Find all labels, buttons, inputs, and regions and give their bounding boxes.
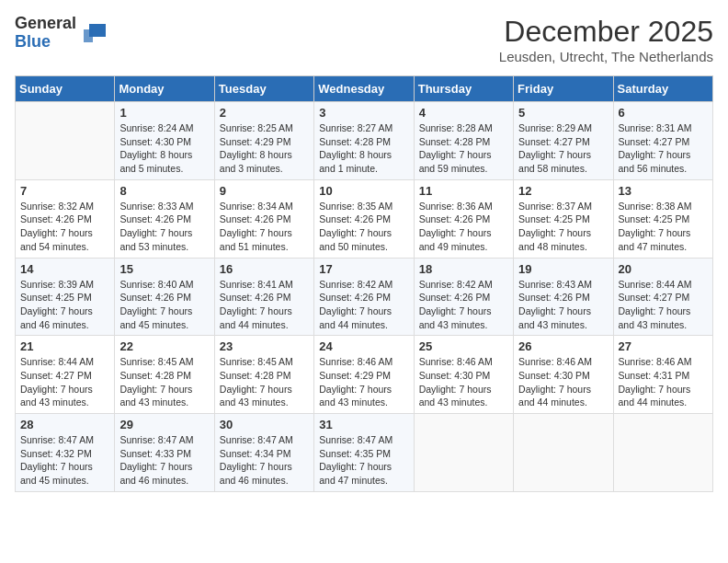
title-block: December 2025 Leusden, Utrecht, The Neth… xyxy=(499,15,713,64)
calendar-cell: 21Sunrise: 8:44 AM Sunset: 4:27 PM Dayli… xyxy=(16,336,115,414)
day-info: Sunrise: 8:37 AM Sunset: 4:25 PM Dayligh… xyxy=(518,200,608,254)
day-number: 15 xyxy=(119,262,209,276)
calendar-cell: 28Sunrise: 8:47 AM Sunset: 4:32 PM Dayli… xyxy=(16,414,115,492)
day-number: 23 xyxy=(220,339,309,353)
day-info: Sunrise: 8:33 AM Sunset: 4:26 PM Dayligh… xyxy=(119,200,209,254)
day-info: Sunrise: 8:43 AM Sunset: 4:26 PM Dayligh… xyxy=(518,278,608,332)
day-number: 4 xyxy=(419,106,508,120)
day-number: 7 xyxy=(20,184,109,198)
calendar-cell xyxy=(514,414,613,492)
day-number: 11 xyxy=(419,184,508,198)
calendar-week-row: 28Sunrise: 8:47 AM Sunset: 4:32 PM Dayli… xyxy=(16,414,713,492)
day-number: 6 xyxy=(619,106,708,120)
day-number: 1 xyxy=(119,106,209,120)
calendar-cell: 24Sunrise: 8:46 AM Sunset: 4:29 PM Dayli… xyxy=(314,336,414,414)
day-number: 21 xyxy=(20,339,109,353)
calendar-week-row: 7Sunrise: 8:32 AM Sunset: 4:26 PM Daylig… xyxy=(16,179,713,258)
day-info: Sunrise: 8:34 AM Sunset: 4:26 PM Dayligh… xyxy=(220,200,309,254)
weekday-header-monday: Monday xyxy=(115,76,214,102)
day-info: Sunrise: 8:47 AM Sunset: 4:35 PM Dayligh… xyxy=(319,433,408,488)
day-info: Sunrise: 8:38 AM Sunset: 4:25 PM Dayligh… xyxy=(619,200,708,254)
day-info: Sunrise: 8:24 AM Sunset: 4:30 PM Dayligh… xyxy=(119,121,209,176)
day-info: Sunrise: 8:45 AM Sunset: 4:28 PM Dayligh… xyxy=(220,355,309,409)
weekday-header-wednesday: Wednesday xyxy=(314,76,414,102)
day-number: 8 xyxy=(119,184,209,198)
calendar-cell: 23Sunrise: 8:45 AM Sunset: 4:28 PM Dayli… xyxy=(214,336,313,414)
logo-general-text: General xyxy=(15,15,76,33)
day-info: Sunrise: 8:46 AM Sunset: 4:30 PM Dayligh… xyxy=(518,355,608,409)
calendar-table: SundayMondayTuesdayWednesdayThursdayFrid… xyxy=(15,75,713,492)
day-info: Sunrise: 8:29 AM Sunset: 4:27 PM Dayligh… xyxy=(518,121,608,176)
day-info: Sunrise: 8:46 AM Sunset: 4:29 PM Dayligh… xyxy=(319,355,408,409)
day-number: 27 xyxy=(619,339,708,353)
day-number: 25 xyxy=(419,339,508,353)
day-info: Sunrise: 8:47 AM Sunset: 4:34 PM Dayligh… xyxy=(220,433,309,488)
calendar-cell: 20Sunrise: 8:44 AM Sunset: 4:27 PM Dayli… xyxy=(613,258,712,336)
calendar-cell: 1Sunrise: 8:24 AM Sunset: 4:30 PM Daylig… xyxy=(115,102,214,180)
calendar-cell: 31Sunrise: 8:47 AM Sunset: 4:35 PM Dayli… xyxy=(314,414,414,492)
day-info: Sunrise: 8:27 AM Sunset: 4:28 PM Dayligh… xyxy=(319,121,408,176)
logo-blue-text: Blue xyxy=(15,33,76,52)
day-info: Sunrise: 8:32 AM Sunset: 4:26 PM Dayligh… xyxy=(20,200,109,254)
calendar-cell: 27Sunrise: 8:46 AM Sunset: 4:31 PM Dayli… xyxy=(613,336,712,414)
calendar-cell: 17Sunrise: 8:42 AM Sunset: 4:26 PM Dayli… xyxy=(314,258,414,336)
calendar-cell: 15Sunrise: 8:40 AM Sunset: 4:26 PM Dayli… xyxy=(115,258,214,336)
day-number: 30 xyxy=(220,418,309,431)
calendar-cell: 30Sunrise: 8:47 AM Sunset: 4:34 PM Dayli… xyxy=(214,414,313,492)
location-title: Leusden, Utrecht, The Netherlands xyxy=(499,49,713,64)
calendar-cell: 6Sunrise: 8:31 AM Sunset: 4:27 PM Daylig… xyxy=(613,102,712,180)
day-number: 13 xyxy=(619,184,708,198)
calendar-week-row: 1Sunrise: 8:24 AM Sunset: 4:30 PM Daylig… xyxy=(16,102,713,180)
calendar-cell: 5Sunrise: 8:29 AM Sunset: 4:27 PM Daylig… xyxy=(514,102,613,180)
day-number: 28 xyxy=(20,418,109,431)
calendar-cell: 7Sunrise: 8:32 AM Sunset: 4:26 PM Daylig… xyxy=(16,179,115,258)
day-number: 16 xyxy=(220,262,309,276)
day-number: 22 xyxy=(119,339,209,353)
svg-marker-1 xyxy=(84,29,93,42)
calendar-cell: 2Sunrise: 8:25 AM Sunset: 4:29 PM Daylig… xyxy=(214,102,313,180)
day-info: Sunrise: 8:47 AM Sunset: 4:33 PM Dayligh… xyxy=(119,433,209,488)
day-info: Sunrise: 8:44 AM Sunset: 4:27 PM Dayligh… xyxy=(619,278,708,332)
calendar-cell: 3Sunrise: 8:27 AM Sunset: 4:28 PM Daylig… xyxy=(314,102,414,180)
day-number: 26 xyxy=(518,339,608,353)
calendar-cell: 16Sunrise: 8:41 AM Sunset: 4:26 PM Dayli… xyxy=(214,258,313,336)
day-info: Sunrise: 8:46 AM Sunset: 4:31 PM Dayligh… xyxy=(619,355,708,409)
day-info: Sunrise: 8:40 AM Sunset: 4:26 PM Dayligh… xyxy=(119,278,209,332)
logo-icon xyxy=(80,20,106,46)
day-number: 9 xyxy=(220,184,309,198)
calendar-cell: 4Sunrise: 8:28 AM Sunset: 4:28 PM Daylig… xyxy=(414,102,513,180)
weekday-header-sunday: Sunday xyxy=(16,76,115,102)
day-info: Sunrise: 8:41 AM Sunset: 4:26 PM Dayligh… xyxy=(220,278,309,332)
day-info: Sunrise: 8:28 AM Sunset: 4:28 PM Dayligh… xyxy=(419,121,508,176)
logo: General Blue xyxy=(15,15,106,52)
calendar-cell: 11Sunrise: 8:36 AM Sunset: 4:26 PM Dayli… xyxy=(414,179,513,258)
calendar-cell: 14Sunrise: 8:39 AM Sunset: 4:25 PM Dayli… xyxy=(16,258,115,336)
day-number: 2 xyxy=(220,106,309,120)
calendar-week-row: 21Sunrise: 8:44 AM Sunset: 4:27 PM Dayli… xyxy=(16,336,713,414)
weekday-header-saturday: Saturday xyxy=(613,76,712,102)
day-info: Sunrise: 8:36 AM Sunset: 4:26 PM Dayligh… xyxy=(419,200,508,254)
day-number: 3 xyxy=(319,106,408,120)
calendar-cell: 13Sunrise: 8:38 AM Sunset: 4:25 PM Dayli… xyxy=(613,179,712,258)
day-info: Sunrise: 8:42 AM Sunset: 4:26 PM Dayligh… xyxy=(319,278,408,332)
day-info: Sunrise: 8:42 AM Sunset: 4:26 PM Dayligh… xyxy=(419,278,508,332)
weekday-header-row: SundayMondayTuesdayWednesdayThursdayFrid… xyxy=(16,76,713,102)
day-number: 29 xyxy=(119,418,209,431)
weekday-header-tuesday: Tuesday xyxy=(214,76,313,102)
day-info: Sunrise: 8:47 AM Sunset: 4:32 PM Dayligh… xyxy=(20,433,109,488)
day-number: 18 xyxy=(419,262,508,276)
month-title: December 2025 xyxy=(499,15,713,49)
day-info: Sunrise: 8:31 AM Sunset: 4:27 PM Dayligh… xyxy=(619,121,708,176)
day-number: 17 xyxy=(319,262,408,276)
calendar-week-row: 14Sunrise: 8:39 AM Sunset: 4:25 PM Dayli… xyxy=(16,258,713,336)
calendar-cell: 26Sunrise: 8:46 AM Sunset: 4:30 PM Dayli… xyxy=(514,336,613,414)
calendar-cell: 18Sunrise: 8:42 AM Sunset: 4:26 PM Dayli… xyxy=(414,258,513,336)
calendar-cell: 25Sunrise: 8:46 AM Sunset: 4:30 PM Dayli… xyxy=(414,336,513,414)
day-number: 14 xyxy=(20,262,109,276)
day-number: 24 xyxy=(319,339,408,353)
calendar-cell xyxy=(414,414,513,492)
calendar-cell: 19Sunrise: 8:43 AM Sunset: 4:26 PM Dayli… xyxy=(514,258,613,336)
calendar-cell xyxy=(16,102,115,180)
day-info: Sunrise: 8:45 AM Sunset: 4:28 PM Dayligh… xyxy=(119,355,209,409)
calendar-cell: 12Sunrise: 8:37 AM Sunset: 4:25 PM Dayli… xyxy=(514,179,613,258)
